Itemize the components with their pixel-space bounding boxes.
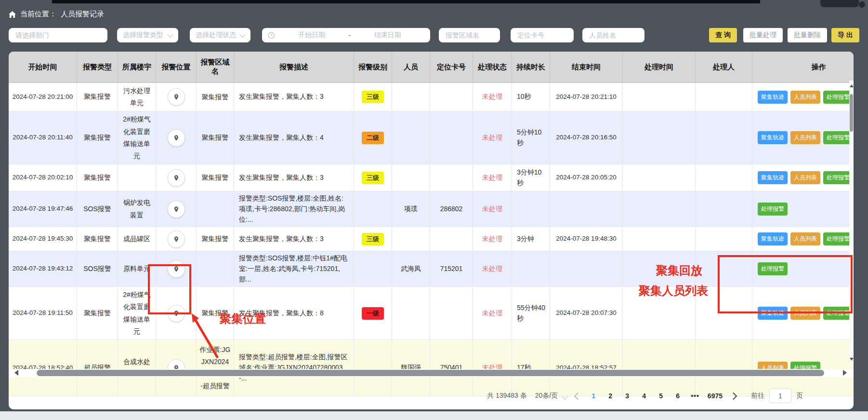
horizontal-scrollbar[interactable] — [9, 369, 854, 377]
action-handle-button[interactable]: 处理报警 — [823, 131, 853, 144]
bottom-strip — [0, 411, 868, 420]
cell-card: 750401 — [430, 340, 473, 396]
location-pin-icon[interactable] — [168, 129, 185, 147]
cell-alarm-type: 聚集报警 — [77, 83, 118, 111]
column-header: 报警区域名 — [197, 52, 234, 83]
page-number[interactable]: 4 — [639, 392, 649, 400]
card-input[interactable] — [516, 31, 568, 40]
cell-handle-time — [623, 227, 696, 251]
scroll-down-arrow-icon[interactable] — [850, 358, 854, 361]
cell-location — [156, 111, 197, 164]
scroll-right-arrow-icon[interactable] — [843, 370, 847, 376]
prev-page-icon[interactable] — [574, 392, 582, 400]
column-header: 持续时长 — [512, 52, 550, 83]
cell-handler — [696, 83, 752, 111]
start-date-placeholder[interactable]: 开始日期 — [275, 31, 349, 40]
action-list-button[interactable]: 人员列表 — [790, 232, 820, 245]
action-track-button[interactable]: 聚集轨迹 — [758, 232, 788, 245]
cell-status: 未处理 — [473, 251, 512, 287]
handle-status-placeholder: 选择处理状态 — [196, 31, 236, 40]
pages-ellipsis[interactable]: ••• — [691, 392, 699, 400]
cell-area — [197, 251, 234, 287]
cell-duration: 3分钟10秒 — [512, 164, 550, 191]
vertical-scrollbar[interactable] — [849, 81, 854, 365]
page-number[interactable]: 3 — [622, 392, 632, 400]
person-input[interactable] — [588, 31, 639, 40]
batch-delete-button[interactable]: 批量删除 — [788, 28, 827, 42]
vertical-scroll-thumb[interactable] — [850, 94, 853, 132]
filter-bar: 选择报警类型 选择处理状态 开始日期 - 结束日期 查 询 批量处理 批量删除 … — [9, 28, 859, 42]
cell-level — [354, 251, 392, 287]
query-button[interactable]: 查 询 — [709, 28, 737, 42]
goto-page-input[interactable] — [769, 389, 791, 403]
action-list-button[interactable]: 人员列表 — [790, 91, 820, 104]
location-pin-icon[interactable] — [168, 88, 185, 106]
cell-card — [430, 83, 473, 111]
area-input[interactable] — [445, 31, 494, 40]
date-range-picker[interactable]: 开始日期 - 结束日期 — [262, 28, 430, 42]
action-handle-button[interactable]: 处理报警 — [823, 171, 853, 184]
top-chrome-dot — [859, 1, 865, 8]
cell-actions: 处理报警 — [752, 191, 854, 227]
page-size-select[interactable]: 20条/页 — [535, 392, 567, 400]
card-field[interactable] — [511, 28, 574, 42]
table-header-row: 开始时间报警类型所属楼宇报警位置报警区域名报警描述报警级别人员定位卡号处理状态持… — [9, 52, 854, 83]
cell-description: 发生聚集报警，聚集人数：3 — [234, 164, 354, 191]
cell-description: 发生聚集报警，聚集人数：4 — [234, 111, 354, 164]
cell-alarm-type: SOS报警 — [77, 191, 118, 227]
column-header: 处理状态 — [473, 52, 512, 83]
cell-alarm-type: 聚集报警 — [77, 227, 118, 251]
action-track-button[interactable]: 聚集轨迹 — [758, 171, 788, 184]
scroll-up-arrow-icon[interactable] — [850, 84, 854, 87]
column-header: 处理人 — [696, 52, 752, 83]
annotation-location-label: 聚集位置 — [220, 311, 266, 326]
cell-handler — [696, 191, 752, 227]
cell-handler — [696, 164, 752, 191]
location-pin-icon[interactable] — [168, 201, 185, 218]
clock-icon — [268, 32, 275, 39]
page-number[interactable]: 5 — [656, 392, 666, 400]
area-field[interactable] — [439, 28, 500, 42]
department-input[interactable] — [14, 31, 102, 40]
handle-status-select[interactable]: 选择处理状态 — [190, 28, 250, 42]
person-field[interactable] — [582, 28, 644, 42]
action-list-button[interactable]: 人员列表 — [790, 131, 820, 144]
action-track-button[interactable]: 聚集轨迹 — [758, 91, 788, 104]
batch-handle-button[interactable]: 批量处理 — [743, 28, 783, 42]
chevron-down-icon — [562, 393, 568, 400]
alarm-level-badge: 三级 — [362, 233, 384, 245]
page-number[interactable]: 2 — [605, 392, 615, 400]
column-header: 所属楼宇 — [118, 52, 156, 83]
last-page-number[interactable]: 6975 — [708, 392, 723, 400]
cell-building: 污水处理单元 — [118, 83, 156, 111]
cell-description: 发生聚集报警，聚集人数：3 — [234, 83, 354, 111]
action-track-button[interactable]: 聚集轨迹 — [758, 131, 788, 144]
cell-actions: 聚集轨迹人员列表处理报警导 出 — [752, 227, 854, 251]
horizontal-scroll-thumb[interactable] — [37, 370, 824, 376]
end-date-placeholder[interactable]: 结束日期 — [351, 31, 424, 40]
status-unhandled: 未处理 — [482, 265, 502, 272]
cell-alarm-type: 聚集报警 — [77, 287, 118, 340]
action-handle-button[interactable]: 处理报警 — [823, 232, 853, 245]
cell-level: 二级 — [354, 111, 392, 164]
next-page-icon[interactable] — [730, 392, 737, 400]
page-number[interactable]: 6 — [673, 392, 683, 400]
location-pin-icon[interactable] — [168, 230, 185, 248]
alarm-type-select[interactable]: 选择报警类型 — [117, 28, 178, 42]
column-header: 人员 — [392, 52, 430, 83]
scroll-left-arrow-icon[interactable] — [14, 370, 18, 376]
action-list-button[interactable]: 人员列表 — [790, 171, 820, 184]
department-field[interactable] — [9, 28, 107, 42]
cell-building: 2#粉煤气化装置磨煤输送单元 — [118, 111, 156, 164]
page-number[interactable]: 1 — [589, 392, 598, 400]
export-button[interactable]: 导 出 — [831, 28, 859, 42]
table-row: 2024-07-28 20:11:40聚集报警2#粉煤气化装置磨煤输送单元聚集报… — [9, 111, 854, 164]
home-icon[interactable] — [9, 11, 16, 18]
cell-start-time: 2024-07-28 19:11:50 — [9, 287, 77, 340]
column-header: 报警位置 — [156, 52, 197, 83]
action-handle-button[interactable]: 处理报警 — [823, 91, 853, 104]
cell-end-time — [550, 191, 623, 227]
personnel-alarm-records-page: 当前位置： 人员报警记录 选择报警类型 选择处理状态 开始日期 - 结束日期 — [0, 0, 868, 420]
location-pin-icon[interactable] — [168, 169, 185, 187]
action-handle-button[interactable]: 处理报警 — [758, 203, 788, 216]
